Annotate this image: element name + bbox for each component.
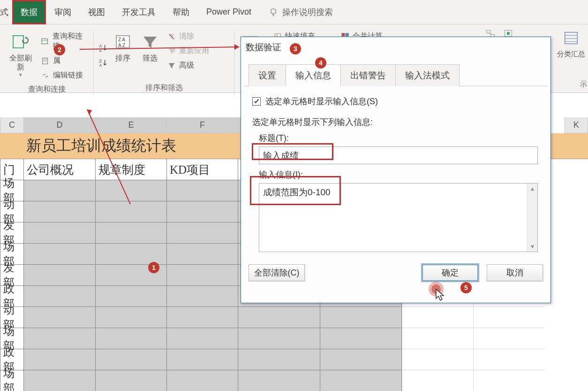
data-cell[interactable]: [166, 222, 238, 244]
connections-group-label: 查询和连接: [5, 82, 89, 96]
properties-button[interactable]: 属: [39, 54, 89, 67]
data-cell[interactable]: [95, 328, 166, 349]
data-cell[interactable]: [166, 180, 238, 201]
data-cell[interactable]: [320, 328, 402, 349]
advanced-icon: [167, 61, 176, 70]
subtotal-icon: [561, 28, 581, 49]
queries-icon: [41, 37, 49, 46]
checkbox-icon[interactable]: [252, 97, 261, 106]
data-cell[interactable]: [23, 201, 95, 222]
data-cell[interactable]: [23, 222, 95, 244]
outline-partial-label: 示: [579, 78, 588, 91]
data-cell[interactable]: [238, 328, 320, 349]
textarea-scrollbar[interactable]: ▲ ▼: [527, 184, 537, 252]
col-header-f[interactable]: F: [166, 117, 238, 133]
data-cell[interactable]: [166, 328, 238, 349]
data-cell[interactable]: [166, 349, 238, 370]
sort-asc-icon[interactable]: AZ: [98, 43, 108, 53]
svg-rect-1: [13, 36, 23, 48]
data-cell[interactable]: [95, 286, 166, 307]
data-cell[interactable]: [238, 370, 320, 391]
data-cell[interactable]: [166, 244, 238, 265]
sort-button[interactable]: Z AA Z 排序: [111, 30, 135, 80]
advanced-filter-button[interactable]: 高级: [165, 59, 211, 72]
data-cell[interactable]: [166, 201, 238, 222]
ribbon-tabs: 式 数据 审阅 视图 开发工具 帮助 Power Pivot 操作说明搜索: [0, 0, 588, 24]
data-cell[interactable]: [23, 370, 95, 391]
data-cell[interactable]: [23, 244, 95, 265]
data-cell[interactable]: [23, 349, 95, 370]
svg-text:Z: Z: [99, 48, 102, 53]
data-cell[interactable]: [166, 307, 238, 328]
ribbon-tab-powerpivot[interactable]: Power Pivot: [198, 0, 260, 24]
svg-text:A: A: [99, 44, 102, 48]
svg-line-25: [489, 33, 492, 34]
advanced-label: 高级: [179, 61, 194, 70]
data-cell[interactable]: [166, 286, 238, 307]
reapply-icon: [167, 46, 176, 56]
edit-links-button[interactable]: 编辑链接: [39, 69, 89, 82]
show-input-checkbox-row[interactable]: 选定单元格时显示输入信息(S): [252, 96, 539, 107]
col-header-k[interactable]: K: [565, 117, 588, 133]
col-header-c[interactable]: C: [0, 117, 23, 133]
data-cell[interactable]: [23, 328, 95, 349]
cancel-button[interactable]: 取消: [487, 264, 543, 281]
data-cell[interactable]: [320, 370, 402, 391]
data-cell[interactable]: [23, 265, 95, 286]
clear-all-button[interactable]: 全部清除(C): [249, 264, 305, 281]
data-cell[interactable]: [23, 286, 95, 307]
data-cell[interactable]: [166, 370, 238, 391]
data-cell[interactable]: [238, 349, 320, 370]
ribbon-tab-help[interactable]: 帮助: [164, 0, 198, 24]
tell-me-label: 操作说明搜索: [282, 7, 333, 18]
ribbon-tab-data[interactable]: 数据: [12, 0, 46, 24]
sortfilter-group-label: 排序和筛选: [98, 80, 229, 95]
data-cell[interactable]: [23, 307, 95, 328]
data-cell[interactable]: [95, 201, 166, 222]
data-cell[interactable]: [95, 349, 166, 370]
subtotal-button[interactable]: 分类汇总: [557, 28, 585, 59]
filter-button[interactable]: 筛选: [138, 30, 162, 80]
dialog-footer: 全部清除(C) 确定 取消: [241, 259, 550, 289]
filter-icon: [140, 32, 160, 53]
data-cell[interactable]: [320, 307, 402, 328]
svg-point-0: [271, 8, 276, 14]
data-cell[interactable]: [166, 265, 238, 286]
callout-badge-3: 3: [290, 43, 301, 54]
data-cell[interactable]: [95, 370, 166, 391]
ribbon-tab-format-partial[interactable]: 式: [0, 0, 12, 24]
svg-rect-19: [565, 32, 578, 44]
title-input[interactable]: 输入成绩: [259, 146, 538, 164]
data-cell[interactable]: [95, 222, 166, 244]
scroll-down-icon[interactable]: ▼: [528, 241, 537, 252]
svg-text:A Z: A Z: [118, 43, 125, 48]
clear-filter-button[interactable]: 清除: [165, 30, 211, 43]
dialog-tab-error-alert[interactable]: 出错警告: [340, 64, 396, 86]
dialog-tab-input-message[interactable]: 输入信息: [286, 64, 341, 86]
sort-desc-icon[interactable]: ZA: [98, 58, 108, 68]
ribbon-tab-developer[interactable]: 开发工具: [113, 0, 164, 24]
data-cell[interactable]: [95, 307, 166, 328]
tell-me-search[interactable]: 操作说明搜索: [260, 7, 341, 18]
reapply-button[interactable]: 重新应用: [165, 45, 211, 57]
ribbon-tab-view[interactable]: 视图: [80, 0, 113, 24]
data-cell[interactable]: [95, 244, 166, 265]
callout-badge-4: 4: [315, 57, 326, 69]
data-cell[interactable]: [238, 307, 320, 328]
refresh-all-button[interactable]: 全部刷新 ▼: [5, 30, 36, 82]
sort-icon: Z AA Z: [113, 32, 133, 53]
callout-badge-5: 5: [460, 282, 472, 293]
svg-rect-23: [487, 31, 490, 33]
dialog-tab-settings[interactable]: 设置: [249, 64, 286, 86]
data-cell[interactable]: [23, 180, 95, 201]
ribbon-tab-review[interactable]: 审阅: [46, 0, 80, 24]
ok-button[interactable]: 确定: [422, 264, 478, 281]
dialog-tab-ime-mode[interactable]: 输入法模式: [395, 64, 460, 86]
message-textarea[interactable]: 成绩范围为0-100 ▲ ▼: [259, 183, 538, 252]
data-cell[interactable]: [320, 349, 402, 370]
col-header-e[interactable]: E: [95, 117, 166, 133]
sort-label: 排序: [115, 54, 130, 62]
col-header-d[interactable]: D: [23, 117, 95, 133]
scroll-up-icon[interactable]: ▲: [528, 184, 537, 194]
data-cell[interactable]: [95, 180, 166, 201]
